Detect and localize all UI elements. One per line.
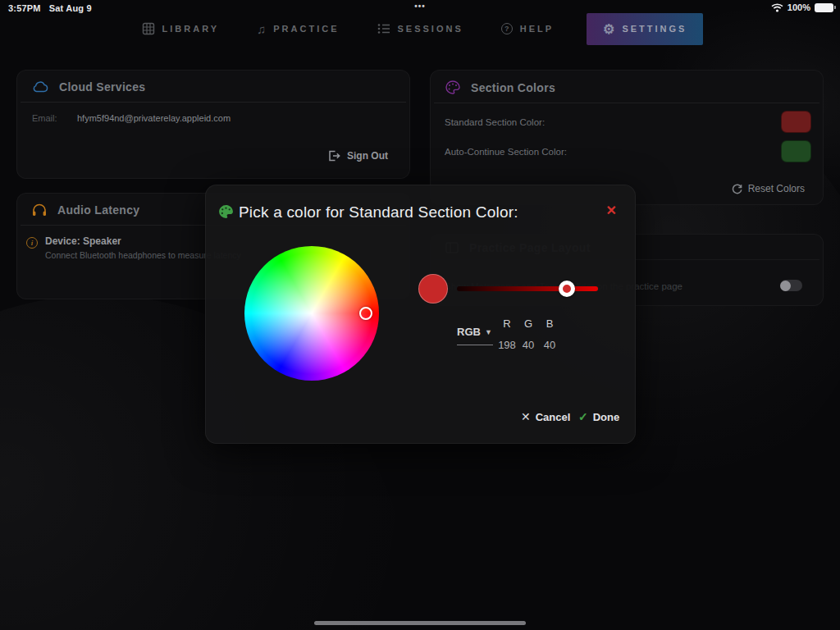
grid-icon [142, 22, 155, 35]
toggle-knob [780, 281, 791, 291]
dialog-title: Pick a color for Standard Section Color: [239, 203, 518, 221]
info-icon: i [26, 237, 38, 249]
close-icon[interactable]: ✕ [606, 204, 617, 217]
reset-colors-button[interactable]: Reset Colors [732, 183, 805, 194]
green-channel-header: G [517, 317, 540, 330]
divider [434, 103, 819, 103]
red-channel-value[interactable]: 198 [495, 339, 518, 351]
standard-section-color-label: Standard Section Color: [445, 117, 545, 127]
color-wheel-handle[interactable] [359, 307, 372, 320]
standard-section-color-swatch[interactable] [781, 111, 811, 133]
palette-icon [445, 80, 460, 94]
tab-label: HELP [520, 24, 554, 34]
blue-channel-header: B [538, 317, 561, 330]
color-preview [418, 274, 448, 304]
tab-label: SETTINGS [622, 24, 687, 34]
cloud-icon [32, 81, 48, 93]
music-note-icon: ♫ [257, 22, 266, 36]
clock: 3:57PM [8, 3, 41, 13]
metronome-toggle[interactable] [780, 280, 802, 291]
blue-channel-value[interactable]: 40 [538, 339, 561, 351]
brightness-slider[interactable] [457, 286, 598, 291]
email-label: Email: [32, 113, 57, 123]
brightness-slider-thumb[interactable] [559, 281, 575, 297]
help-icon: ? [501, 23, 513, 34]
done-label: Done [593, 411, 620, 423]
done-button[interactable]: ✓ Done [578, 410, 619, 423]
sign-out-label: Sign Out [347, 150, 388, 162]
color-picker-dialog: Pick a color for Standard Section Color:… [205, 185, 636, 444]
wifi-icon [771, 3, 783, 12]
divider [21, 102, 406, 103]
panel-title: Cloud Services [59, 80, 145, 94]
device-line: Device: Speaker [45, 235, 121, 247]
reset-icon [732, 184, 742, 194]
green-channel-value[interactable]: 40 [517, 339, 540, 351]
sign-out-button[interactable]: Sign Out [328, 150, 388, 162]
tab-label: LIBRARY [162, 24, 219, 34]
tab-label: SESSIONS [398, 24, 463, 34]
palette-icon [218, 204, 234, 219]
reset-colors-label: Reset Colors [748, 183, 805, 194]
email-value: hfym5f94nd@privaterelay.appleid.com [77, 113, 231, 123]
top-navigation: LIBRARY ♫ PRACTICE SESSIONS ? HELP ⚙ SET… [0, 13, 840, 44]
panel-title: Section Colors [471, 81, 555, 94]
auto-continue-section-color-label: Auto-Continue Section Color: [445, 147, 567, 157]
cancel-button[interactable]: ✕ Cancel [521, 410, 570, 423]
red-channel-header: R [495, 317, 518, 330]
app-screen: 3:57PM Sat Aug 9 ••• 100% LIBRARY ♫ PRAC… [0, 0, 840, 630]
cancel-x-icon: ✕ [521, 410, 531, 423]
tab-library[interactable]: LIBRARY [137, 14, 224, 43]
color-mode-value: RGB [457, 326, 481, 338]
tab-label: PRACTICE [273, 24, 339, 34]
gear-icon: ⚙ [603, 21, 614, 37]
panel-title: Audio Latency [57, 203, 139, 217]
tab-sessions[interactable]: SESSIONS [372, 15, 468, 43]
multitask-dots-icon[interactable]: ••• [414, 2, 426, 11]
list-icon [377, 23, 390, 34]
tab-help[interactable]: ? HELP [496, 15, 559, 43]
done-check-icon: ✓ [578, 410, 588, 423]
sign-out-icon [328, 150, 340, 162]
color-mode-select[interactable]: RGB ▼ [457, 326, 493, 345]
battery-icon [815, 3, 833, 12]
headphones-icon [32, 203, 47, 217]
home-indicator[interactable] [314, 621, 526, 625]
tab-settings[interactable]: ⚙ SETTINGS [587, 13, 703, 45]
auto-continue-section-color-swatch[interactable] [781, 140, 811, 162]
chevron-down-icon: ▼ [485, 328, 492, 336]
tab-practice[interactable]: ♫ PRACTICE [252, 14, 344, 44]
date: Sat Aug 9 [49, 3, 92, 13]
cancel-label: Cancel [536, 411, 571, 423]
cloud-services-panel: Cloud Services Email: hfym5f94nd@private… [16, 70, 410, 179]
battery-percent: 100% [788, 2, 810, 12]
